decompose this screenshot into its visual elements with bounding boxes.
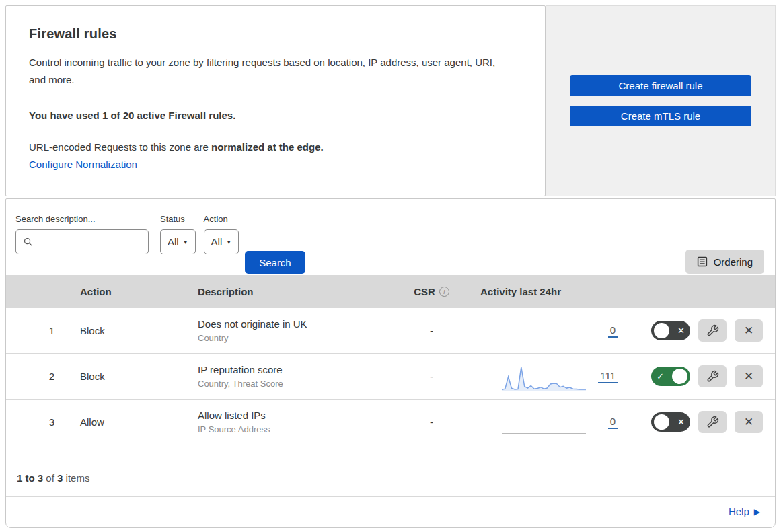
search-label: Search description...	[15, 214, 149, 224]
activity-count-link[interactable]: 0	[608, 416, 618, 429]
wrench-icon	[706, 416, 719, 428]
pagination-range: 1 to 3	[17, 472, 43, 484]
status-label: Status	[160, 214, 196, 224]
toggle-check-icon: ✓	[654, 371, 667, 381]
activity-count-link[interactable]: 0	[608, 324, 618, 338]
delete-rule-button[interactable]: ✕	[735, 319, 763, 342]
configure-normalization-link[interactable]: Configure Normalization	[29, 159, 137, 170]
toggle-knob	[654, 414, 669, 430]
help-bar: Help ▶	[6, 496, 775, 518]
table-row: 1 Block Does not originate in UK Country…	[6, 308, 775, 354]
activity-sparkline	[502, 408, 586, 437]
normalization-note: URL-encoded Requests to this zone are no…	[29, 141, 518, 153]
status-filter-group: Status All ▼	[160, 214, 196, 254]
search-icon	[23, 237, 33, 247]
search-button[interactable]: Search	[245, 251, 305, 274]
search-input[interactable]	[37, 230, 159, 254]
col-description-header: Description	[188, 286, 396, 297]
activity-count-link[interactable]: 111	[598, 370, 618, 383]
table-row: 2 Block IP reputation score Country, Thr…	[6, 354, 775, 400]
ordering-list-icon	[697, 256, 708, 267]
rule-controls: ✓ ✕	[622, 365, 775, 387]
rule-action: Allow	[70, 416, 188, 428]
arrow-right-icon: ▶	[754, 507, 760, 517]
activity-sparkline	[502, 362, 586, 391]
create-firewall-rule-button[interactable]: Create firewall rule	[570, 75, 751, 96]
rule-fields: Country	[198, 333, 396, 343]
toggle-x-icon: ✕	[675, 326, 687, 336]
toggle-x-icon: ✕	[675, 417, 687, 427]
rule-description-cell: IP reputation score Country, Threat Scor…	[188, 364, 396, 389]
chevron-down-icon: ▼	[183, 239, 188, 245]
rule-action: Block	[70, 325, 188, 336]
rule-fields: IP Source Address	[198, 424, 396, 434]
col-activity-header: Activity last 24hr	[467, 286, 622, 297]
edit-rule-button[interactable]	[698, 411, 727, 433]
rule-priority: 3	[6, 416, 70, 428]
search-field[interactable]	[15, 229, 149, 254]
ordering-button[interactable]: Ordering	[685, 250, 764, 274]
toggle-knob	[672, 369, 687, 384]
usage-summary: You have used 1 of 20 active Firewall ru…	[29, 110, 518, 121]
status-dropdown-value: All	[168, 236, 179, 248]
filter-bar: Search description... Status All ▼ Actio…	[6, 199, 775, 275]
normalization-bold-text: normalized at the edge.	[211, 141, 324, 153]
normalization-text: URL-encoded Requests to this zone are	[29, 141, 211, 153]
help-link-label: Help	[729, 506, 749, 517]
rule-fields: Country, Threat Score	[198, 379, 396, 389]
rule-description: Allow listed IPs	[198, 410, 396, 421]
rule-csr: -	[396, 371, 467, 382]
rule-enabled-toggle[interactable]: ✕	[651, 412, 690, 432]
activity-sparkline	[502, 316, 586, 346]
pagination-of: of	[43, 472, 57, 484]
table-row: 3 Allow Allow listed IPs IP Source Addre…	[6, 400, 775, 445]
rule-priority: 1	[6, 325, 70, 336]
rule-csr: -	[396, 416, 467, 428]
action-filter-group: Action All ▼	[204, 214, 239, 254]
delete-rule-button[interactable]: ✕	[735, 365, 763, 387]
rule-activity-cell: 0	[467, 400, 622, 445]
close-icon: ✕	[744, 369, 753, 383]
create-mtls-rule-button[interactable]: Create mTLS rule	[570, 106, 751, 126]
rule-controls: ✕ ✕	[622, 411, 775, 433]
close-icon: ✕	[744, 324, 753, 338]
csr-header-label: CSR	[414, 286, 435, 297]
chevron-down-icon: ▼	[226, 239, 231, 245]
pagination-items: items	[63, 472, 89, 484]
rule-enabled-toggle[interactable]: ✕	[651, 321, 690, 340]
col-action-header: Action	[70, 286, 188, 297]
rule-enabled-toggle[interactable]: ✓	[651, 367, 690, 386]
status-dropdown[interactable]: All ▼	[160, 229, 196, 254]
top-section: Firewall rules Control incoming traffic …	[5, 5, 776, 196]
page-title: Firewall rules	[29, 26, 518, 42]
rule-activity-cell: 0	[467, 308, 622, 353]
page-description: Control incoming traffic to your zone by…	[29, 54, 513, 89]
rule-activity-cell: 111	[467, 354, 622, 399]
rule-description-cell: Does not originate in UK Country	[188, 318, 396, 343]
rule-action: Block	[70, 371, 188, 382]
action-dropdown[interactable]: All ▼	[204, 229, 239, 254]
actions-panel: Create firewall rule Create mTLS rule	[546, 5, 776, 196]
pagination-summary: 1 to 3 of 3 items	[6, 445, 775, 496]
search-group: Search description...	[15, 214, 149, 254]
delete-rule-button[interactable]: ✕	[735, 411, 763, 433]
wrench-icon	[706, 370, 719, 383]
intro-card: Firewall rules Control incoming traffic …	[5, 5, 546, 196]
help-link[interactable]: Help ▶	[729, 506, 760, 517]
rule-csr: -	[396, 325, 467, 336]
col-csr-header: CSR i	[396, 286, 467, 297]
edit-rule-button[interactable]	[698, 319, 727, 342]
action-dropdown-value: All	[211, 236, 223, 248]
action-label: Action	[204, 214, 239, 224]
toggle-knob	[654, 323, 669, 338]
rule-description-cell: Allow listed IPs IP Source Address	[188, 410, 396, 434]
wrench-icon	[706, 324, 719, 337]
ordering-button-label: Ordering	[714, 256, 753, 268]
rules-panel: Search description... Status All ▼ Actio…	[5, 198, 776, 528]
rule-priority: 2	[6, 371, 70, 382]
rule-controls: ✕ ✕	[622, 319, 775, 342]
edit-rule-button[interactable]	[698, 365, 727, 387]
close-icon: ✕	[744, 415, 753, 429]
info-icon[interactable]: i	[439, 287, 449, 297]
rule-description: Does not originate in UK	[198, 318, 396, 330]
